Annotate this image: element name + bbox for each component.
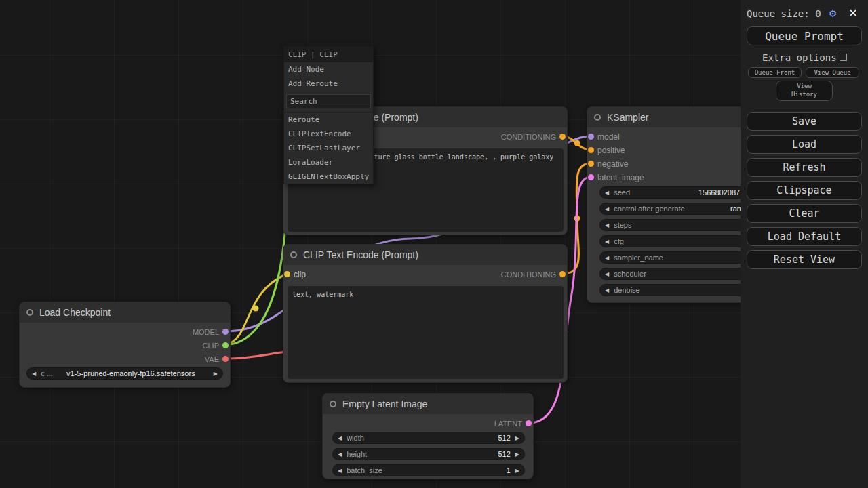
menu-search-input[interactable]: Search xyxy=(286,94,371,108)
node-title-bar[interactable]: Empty Latent Image xyxy=(323,394,533,414)
view-queue-button[interactable]: View Queue xyxy=(806,67,859,78)
model-input-slot[interactable] xyxy=(588,134,594,140)
stepper-right-arrow-icon[interactable]: ▶ xyxy=(511,468,524,474)
stepper-left-arrow-icon[interactable]: ◀ xyxy=(600,239,614,245)
negative-input-label: negative xyxy=(597,159,628,169)
node-title: Load Checkpoint xyxy=(39,307,111,318)
widget-label: scheduler xyxy=(614,270,646,278)
reset-view-button[interactable]: Reset View xyxy=(747,250,862,269)
widget-value: 512 xyxy=(498,450,510,458)
clip-output-label: CLIP xyxy=(203,342,219,350)
stepper-left-arrow-icon[interactable]: ◀ xyxy=(600,206,614,212)
queue-sidebar: Queue size: 0 ⚙ × Queue Prompt Extra opt… xyxy=(741,0,868,488)
node-empty-latent-image[interactable]: Empty Latent Image LATENT ◀ width 512 ▶ … xyxy=(322,393,534,479)
stepper-left-arrow-icon[interactable]: ◀ xyxy=(333,468,347,474)
view-history-button[interactable]: View History xyxy=(776,81,833,101)
collapse-dot-icon[interactable] xyxy=(330,401,336,407)
stepper-left-arrow-icon[interactable]: ◀ xyxy=(600,190,614,196)
latent-image-input-label: latent_image xyxy=(597,173,644,182)
collapse-dot-icon[interactable] xyxy=(594,114,601,121)
queue-prompt-button[interactable]: Queue Prompt xyxy=(747,26,862,45)
widget-label: steps xyxy=(614,221,631,229)
node-title: CLIP Text Encode (Prompt) xyxy=(303,249,418,260)
prompt-textarea[interactable]: text, watermark xyxy=(288,286,564,379)
comfyui-canvas[interactable]: { "sidebar": { "queue_size_label": "Queu… xyxy=(0,0,868,488)
wire-positive-midpoint-dot xyxy=(574,140,580,146)
clipspace-button[interactable]: Clipspace xyxy=(747,181,862,200)
positive-input-slot[interactable] xyxy=(588,147,594,153)
widget-label: batch_size xyxy=(347,466,382,474)
width-widget[interactable]: ◀ width 512 ▶ xyxy=(332,432,525,444)
widget-label: seed xyxy=(614,188,630,197)
clip-input-slot[interactable] xyxy=(284,271,290,277)
widget-label: control after generate xyxy=(614,205,685,213)
widget-value: 1566802087 xyxy=(698,188,740,197)
wire-vae xyxy=(226,351,292,359)
latent-output-label: LATENT xyxy=(494,420,522,428)
context-menu-title: CLIP | CLIP xyxy=(284,47,373,62)
menu-item-reroute[interactable]: Reroute xyxy=(284,113,373,127)
clip-output-slot[interactable] xyxy=(222,342,229,348)
clear-button[interactable]: Clear xyxy=(747,204,862,223)
settings-gear-icon[interactable]: ⚙ xyxy=(829,6,836,20)
context-menu: CLIP | CLIP Add Node Add Reroute Search … xyxy=(283,46,374,184)
collapse-dot-icon[interactable] xyxy=(290,251,297,258)
negative-input-slot[interactable] xyxy=(588,161,594,167)
batch-size-widget[interactable]: ◀ batch_size 1 ▶ xyxy=(332,464,525,476)
ckpt-name-combo-widget[interactable]: ◀ c ... v1-5-pruned-emaonly-fp16.safeten… xyxy=(26,367,223,380)
conditioning-output-label: CONDITIONING xyxy=(501,133,556,141)
clip-input-label: clip xyxy=(294,270,306,279)
collapse-dot-icon[interactable] xyxy=(26,309,33,316)
node-title-bar[interactable]: Load Checkpoint xyxy=(20,302,230,323)
stepper-left-arrow-icon[interactable]: ◀ xyxy=(600,271,614,277)
node-clip-text-encode-negative[interactable]: CLIP Text Encode (Prompt) clip CONDITION… xyxy=(283,244,568,383)
widget-label: height xyxy=(347,450,367,458)
menu-item-add-node[interactable]: Add Node xyxy=(284,62,373,77)
ckpt-widget-label: c ... xyxy=(41,369,53,378)
conditioning-output-label: CONDITIONING xyxy=(501,270,556,279)
positive-input-label: positive xyxy=(597,146,625,155)
stepper-right-arrow-icon[interactable]: ▶ xyxy=(511,451,524,458)
stepper-left-arrow-icon[interactable]: ◀ xyxy=(600,255,614,261)
node-title-bar[interactable]: CLIP Text Encode (Prompt) xyxy=(283,245,567,265)
refresh-button[interactable]: Refresh xyxy=(747,158,862,177)
ckpt-widget-value: v1-5-pruned-emaonly-fp16.safetensors xyxy=(53,369,209,378)
model-input-label: model xyxy=(597,132,620,142)
menu-item-add-reroute[interactable]: Add Reroute xyxy=(284,77,373,91)
stepper-left-arrow-icon[interactable]: ◀ xyxy=(333,435,347,441)
menu-item-clipsetlastlayer[interactable]: CLIPSetLastLayer xyxy=(284,141,373,155)
conditioning-output-slot[interactable] xyxy=(559,271,566,277)
combo-next-arrow-icon[interactable]: ▶ xyxy=(209,371,222,377)
widget-value: 512 xyxy=(498,434,510,442)
save-button[interactable]: Save xyxy=(747,112,862,131)
stepper-left-arrow-icon[interactable]: ◀ xyxy=(600,287,614,293)
height-widget[interactable]: ◀ height 512 ▶ xyxy=(332,448,525,460)
queue-size-label: Queue size: 0 xyxy=(747,8,821,19)
load-default-button[interactable]: Load Default xyxy=(747,227,862,246)
stepper-left-arrow-icon[interactable]: ◀ xyxy=(333,451,347,458)
model-output-label: MODEL xyxy=(193,328,219,336)
queue-front-button[interactable]: Queue Front xyxy=(748,67,802,78)
stepper-left-arrow-icon[interactable]: ◀ xyxy=(600,222,614,228)
widget-label: cfg xyxy=(614,237,624,245)
extra-options-checkbox[interactable] xyxy=(840,54,847,61)
model-output-slot[interactable] xyxy=(222,329,229,335)
node-load-checkpoint[interactable]: Load Checkpoint MODEL CLIP VAE ◀ c ... v… xyxy=(19,302,231,388)
menu-item-loraloader[interactable]: LoraLoader xyxy=(284,155,373,169)
widget-label: width xyxy=(347,434,364,442)
widget-label: denoise xyxy=(614,286,640,294)
stepper-right-arrow-icon[interactable]: ▶ xyxy=(511,435,524,441)
conditioning-output-slot[interactable] xyxy=(559,134,566,140)
combo-prev-arrow-icon[interactable]: ◀ xyxy=(27,371,41,377)
menu-item-cliptextencode[interactable]: CLIPTextEncode xyxy=(284,127,373,141)
menu-item-gligentextboxapply[interactable]: GLIGENTextBoxApply xyxy=(284,169,373,184)
extra-options-label: Extra options xyxy=(762,52,837,63)
latent-output-slot[interactable] xyxy=(526,420,532,426)
close-icon[interactable]: × xyxy=(849,4,857,20)
wire-clip-drag xyxy=(226,171,288,345)
widget-label: sampler_name xyxy=(614,253,663,262)
latent-image-input-slot[interactable] xyxy=(588,174,594,180)
load-button[interactable]: Load xyxy=(747,135,862,154)
node-title: Empty Latent Image xyxy=(342,399,427,409)
vae-output-slot[interactable] xyxy=(222,356,229,362)
